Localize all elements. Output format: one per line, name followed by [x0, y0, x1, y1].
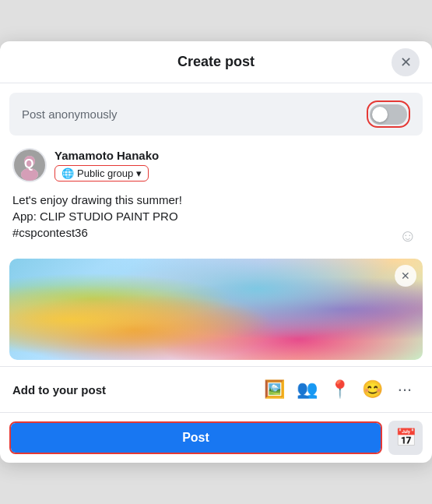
- post-textarea[interactable]: Let's enjoy drawing this summer! App: CL…: [12, 192, 420, 246]
- user-info: Yamamoto Hanako 🌐 Public group ▾: [54, 149, 159, 182]
- close-icon: ✕: [401, 270, 410, 282]
- anonymous-toggle[interactable]: [370, 104, 407, 125]
- photo-icon: 🖼️: [264, 379, 285, 400]
- add-to-post-label: Add to your post: [12, 383, 106, 397]
- modal-header: Create post ✕: [0, 41, 432, 83]
- anonymous-row: Post anonymously: [9, 93, 423, 136]
- location-icon: 📍: [329, 379, 350, 400]
- add-photo-button[interactable]: 🖼️: [259, 375, 289, 404]
- more-icon: ···: [398, 379, 412, 400]
- image-remove-button[interactable]: ✕: [395, 265, 416, 287]
- globe-icon: 🌐: [61, 167, 74, 179]
- chevron-down-icon: ▾: [136, 167, 142, 179]
- post-button-wrapper: Post: [9, 421, 382, 454]
- svg-text:Q: Q: [24, 157, 33, 171]
- toggle-knob: [372, 107, 388, 122]
- avatar: Q: [12, 148, 47, 182]
- emoji-button[interactable]: 😊: [357, 375, 387, 404]
- group-label: Public group: [77, 167, 133, 179]
- add-to-post-bar: Add to your post 🖼️ 👥 📍 😊 ···: [0, 366, 432, 413]
- anonymous-label: Post anonymously: [22, 107, 118, 121]
- image-preview-inner: [9, 259, 423, 360]
- post-button-row: Post 📅: [0, 413, 432, 463]
- tag-people-icon: 👥: [297, 379, 318, 400]
- image-preview: ✕: [9, 259, 423, 360]
- modal-title: Create post: [177, 54, 255, 70]
- toggle-wrapper: [367, 100, 410, 128]
- add-to-post-icons: 🖼️ 👥 📍 😊 ···: [259, 375, 420, 404]
- tag-people-button[interactable]: 👥: [292, 375, 321, 404]
- create-post-modal: Create post ✕ Post anonymously Q: [0, 41, 432, 463]
- calendar-icon: 📅: [395, 428, 416, 448]
- user-row: Q Yamamoto Hanako 🌐 Public group ▾: [0, 142, 432, 185]
- smiley-icon: ☺: [399, 226, 416, 245]
- emoji-icon: 😊: [362, 379, 383, 400]
- group-badge[interactable]: 🌐 Public group ▾: [54, 165, 149, 182]
- close-button[interactable]: ✕: [392, 48, 420, 76]
- user-name: Yamamoto Hanako: [54, 149, 159, 162]
- location-button[interactable]: 📍: [325, 375, 354, 404]
- calendar-button[interactable]: 📅: [388, 421, 423, 455]
- more-options-button[interactable]: ···: [390, 375, 420, 404]
- emoji-picker-button[interactable]: ☺: [399, 226, 416, 246]
- post-textarea-wrap: Let's enjoy drawing this summer! App: CL…: [0, 185, 432, 252]
- post-button[interactable]: Post: [11, 423, 381, 453]
